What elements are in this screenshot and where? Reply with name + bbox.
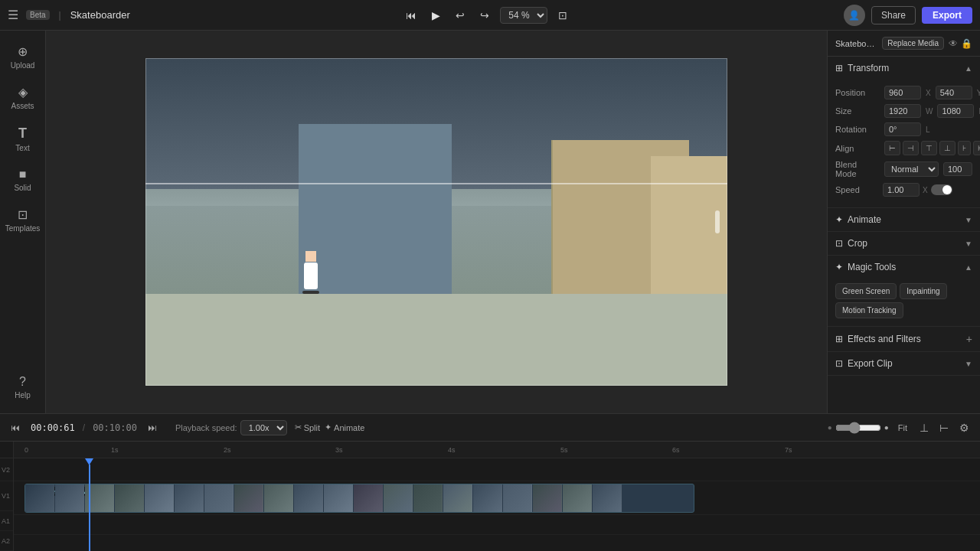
fullscreen-button[interactable]: ⊡ <box>554 6 572 24</box>
topbar-right: 👤 Share Export <box>844 5 972 26</box>
export-clip-section: ⊡ Export Clip ▼ <box>828 352 980 376</box>
effects-add-icon[interactable]: + <box>966 333 972 345</box>
speed-row: Speed X <box>835 183 972 197</box>
track-label-v2: V2 <box>0 458 13 481</box>
crop-collapse-icon[interactable]: ▼ <box>965 240 972 248</box>
sidebar-item-upload[interactable]: ⊕ Upload <box>3 38 43 76</box>
thumb-12 <box>354 484 383 512</box>
timeline-skip-start-button[interactable]: ⏮ <box>8 421 23 435</box>
thumb-15 <box>443 484 472 512</box>
export-clip-header[interactable]: ⊡ Export Clip ▼ <box>828 352 980 375</box>
blend-mode-select[interactable]: Normal <box>884 161 939 177</box>
rotation-input[interactable] <box>884 122 921 136</box>
magic-tools-collapse-icon[interactable]: ▲ <box>965 263 972 272</box>
skip-back-button[interactable]: ⏮ <box>401 6 421 24</box>
zoom-slider[interactable] <box>835 422 881 434</box>
track-label-a2: A2 <box>0 531 13 551</box>
replace-media-button[interactable]: Replace Media <box>882 37 944 50</box>
split-button[interactable]: ✂ Split <box>295 422 320 432</box>
split-label: Split <box>304 423 320 432</box>
align-center-v-button[interactable]: ⊦ <box>958 141 971 155</box>
media-name: Skateboa... <box>835 39 877 48</box>
transform-header[interactable]: ⊞ Transform ▲ <box>828 57 980 80</box>
crop-header[interactable]: ⊡ Crop ▼ <box>828 232 980 255</box>
rotation-label: Rotation <box>835 125 880 134</box>
speed-input[interactable] <box>883 183 920 197</box>
align-center-h-button[interactable]: ⊣ <box>903 141 919 155</box>
playback-label: Playback speed: <box>175 423 237 432</box>
thumb-20 <box>593 484 622 512</box>
align-bottom-button[interactable]: ⊧ <box>973 141 980 155</box>
undo-button[interactable]: ↩ <box>451 6 469 24</box>
track-labels: V2 V1 A1 A2 <box>0 442 14 551</box>
settings-button[interactable]: ⚙ <box>956 420 972 435</box>
magic-tools-header[interactable]: ✦ Magic Tools ▲ <box>828 256 980 279</box>
menu-icon[interactable]: ☰ <box>8 8 18 22</box>
scene-ground <box>145 294 727 386</box>
thumb-8 <box>234 484 263 512</box>
video-preview <box>145 58 727 386</box>
timeline-toolbar: ⏮ 00:00:61 / 00:10:00 ⏭ Playback speed: … <box>0 414 980 442</box>
blend-mode-label: Blend Mode <box>835 160 880 178</box>
playback-speed-select[interactable]: 1.00x <box>240 420 287 435</box>
sidebar-item-solid[interactable]: ■ Solid <box>3 161 43 198</box>
motion-tracking-button[interactable]: Motion Tracking <box>835 302 903 318</box>
crop-handle[interactable] <box>715 210 720 233</box>
avatar[interactable]: 👤 <box>844 5 865 26</box>
position-x-input[interactable] <box>884 86 921 99</box>
inpainting-button[interactable]: Inpainting <box>900 283 946 299</box>
effects-header[interactable]: ⊞ Effects and Filters + <box>828 327 980 351</box>
fit-button[interactable]: Fit <box>893 422 912 434</box>
crop-line-top <box>145 183 727 184</box>
blend-mode-row: Blend Mode Normal <box>835 160 972 178</box>
position-y-input[interactable] <box>936 86 972 99</box>
panel-media-icons: 👁 🔒 <box>949 38 972 49</box>
thumb-7 <box>204 484 234 512</box>
speed-toggle[interactable] <box>931 184 952 195</box>
thumb-3 <box>85 484 114 512</box>
timeline-current-time: 00:00:61 <box>31 422 75 433</box>
share-button[interactable]: Share <box>871 6 916 24</box>
green-screen-button[interactable]: Green Screen <box>835 283 897 299</box>
size-w-input[interactable] <box>884 104 921 118</box>
magnet-button[interactable]: ⊥ <box>916 420 932 435</box>
eye-icon[interactable]: 👁 <box>949 38 958 49</box>
zoom-select[interactable]: 54 % <box>500 7 547 24</box>
magic-tools-buttons: Green Screen Inpainting Motion Tracking <box>828 279 980 326</box>
sidebar-label-assets: Assets <box>11 102 34 110</box>
align-right-button[interactable]: ⊤ <box>921 141 937 155</box>
crop-icon: ⊡ <box>835 238 843 249</box>
export-clip-collapse-icon[interactable]: ▼ <box>965 360 972 368</box>
transform-collapse-icon[interactable]: ▲ <box>965 64 972 73</box>
align-row: Align ⊢ ⊣ ⊤ ⊥ ⊦ ⊧ <box>835 141 972 155</box>
size-h-input[interactable] <box>937 104 974 118</box>
animate-section: ✦ Animate ▼ <box>828 208 980 232</box>
sidebar-item-text[interactable]: T Text <box>3 119 43 158</box>
animate-collapse-icon[interactable]: ▼ <box>965 216 972 224</box>
redo-button[interactable]: ↪ <box>475 6 494 24</box>
transform-body: Position X Y Size W H Rotation <box>828 80 980 207</box>
blend-opacity-input[interactable] <box>943 162 972 176</box>
skater-figure <box>302 251 319 294</box>
align-top-button[interactable]: ⊥ <box>939 141 956 155</box>
thumb-14 <box>413 484 443 512</box>
project-title[interactable]: Skateboarder <box>70 9 130 21</box>
export-button[interactable]: Export <box>922 7 972 24</box>
sidebar-item-templates[interactable]: ⊡ Templates <box>3 201 43 239</box>
sidebar-item-help[interactable]: ? Help <box>3 369 43 406</box>
timeline-skip-end-button[interactable]: ⏭ <box>145 421 160 435</box>
animate-button[interactable]: ✦ Animate <box>325 422 364 432</box>
crop-timeline-button[interactable]: ⊢ <box>936 420 952 435</box>
align-left-button[interactable]: ⊢ <box>884 141 900 155</box>
magic-tools-section: ✦ Magic Tools ▲ Green Screen Inpainting … <box>828 256 980 327</box>
timeline: ⏮ 00:00:61 / 00:10:00 ⏭ Playback speed: … <box>0 413 980 551</box>
thumb-4 <box>115 484 144 512</box>
video-clip[interactable]: Skateboarder_Wide <box>24 484 694 513</box>
effects-icon: ⊞ <box>835 334 843 344</box>
play-button[interactable]: ▶ <box>427 6 445 24</box>
thumb-1 <box>25 484 54 512</box>
lock-icon[interactable]: 🔒 <box>961 38 972 49</box>
canvas-frame[interactable] <box>145 58 727 386</box>
animate-header[interactable]: ✦ Animate ▼ <box>828 208 980 231</box>
sidebar-item-assets[interactable]: ◈ Assets <box>3 79 43 116</box>
